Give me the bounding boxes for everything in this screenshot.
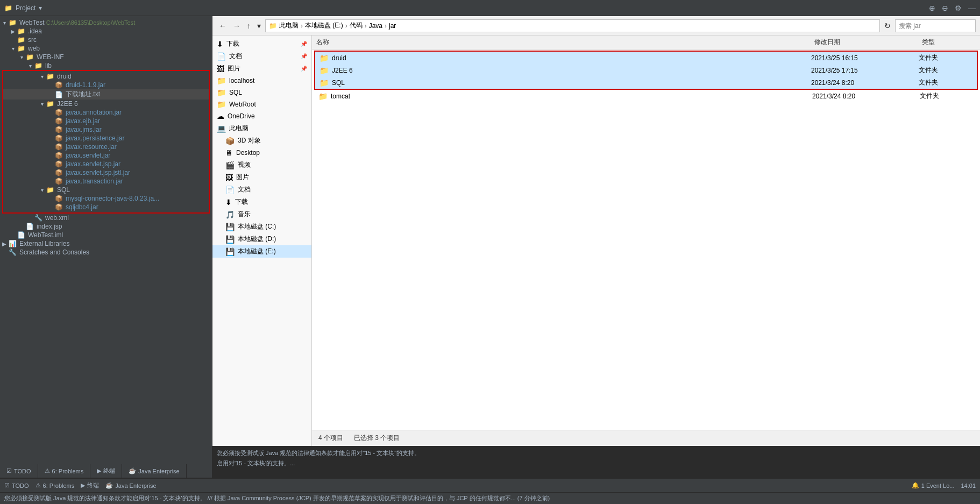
tree-item-sqljdbc[interactable]: ▶ 📦 sqljdbc4.jar [3,203,209,211]
address-bar[interactable]: 📁 此电脑 › 本地磁盘 (E:) › 代码 › Java › jar [265,19,880,32]
tree-item-mysql[interactable]: ▶ 📦 mysql-connector-java-8.0.23.ja... [3,194,209,203]
diske-label: 本地磁盘 (E:) [238,247,276,256]
sidebar-item-video[interactable]: 🎬 视频 [212,159,311,171]
file-row-druid[interactable]: 📁 druid 2021/3/25 16:15 文件夹 [315,52,977,64]
druid-date: 2021/3/25 16:15 [811,54,919,62]
sidebar-item-pictures[interactable]: 🖼 图片 📌 [212,62,311,75]
sidebar-item-thispc[interactable]: 💻 此电脑 [212,122,311,134]
sidebar-item-images[interactable]: 🖼 图片 [212,171,311,183]
tree-item-transaction[interactable]: ▶ 📦 javax.transaction.jar [3,177,209,186]
tree-item-ejb[interactable]: ▶ 📦 javax.ejb.jar [3,117,209,125]
tree-item-web[interactable]: ▾ 📁 web [0,44,212,53]
status-todo[interactable]: ☑ TODO [4,482,29,489]
col-name[interactable]: 名称 [316,38,814,47]
tree-item-idea[interactable]: ▶ 📁 .idea [0,27,212,36]
j2ee-folder-icon: 📁 [319,66,329,75]
col-date[interactable]: 修改日期 [814,38,922,47]
sidebar-item-onedrive[interactable]: ☁ OneDrive [212,110,311,122]
back-button[interactable]: ← [217,20,229,31]
col-type[interactable]: 类型 [922,38,976,47]
tree-item-persistence[interactable]: ▶ 📦 javax.persistence.jar [3,134,209,143]
title-project-label: Project [16,4,35,12]
selected-count: 已选择 3 个项目 [354,434,400,443]
tab-todo[interactable]: ☑ TODO [0,464,38,478]
tomcat-file-label: tomcat [331,93,350,100]
tree-item-j2ee[interactable]: ▾ 📁 J2EE 6 [3,100,209,108]
tree-item-webinf[interactable]: ▾ 📁 WEB-INF [0,53,212,61]
sidebar-item-3d[interactable]: 📦 3D 对象 [212,134,311,147]
sidebar-item-dl[interactable]: ⬇ 下载 [212,196,311,208]
thispc-label: 此电脑 [229,124,248,133]
sep4: › [385,22,387,30]
sidebar-item-music[interactable]: 🎵 音乐 [212,208,311,221]
sql-folder-label: SQL [57,186,70,194]
scratches-icon: 🔧 [9,249,17,256]
status-event-log[interactable]: 🔔 1 Event Lo... [912,482,955,489]
tree-item-scratches[interactable]: ▶ 🔧 Scratches and Consoles [0,248,212,257]
selection-box: ▾ 📁 druid ▶ 📦 druid-1.1.9.jar [2,70,210,214]
up-button[interactable]: ↑ [245,20,253,31]
file-row-j2ee[interactable]: 📁 J2EE 6 2021/3/25 17:15 文件夹 [315,64,977,76]
sidebar-item-diske[interactable]: 💾 本地磁盘 (E:) [212,245,311,258]
tree-item-resource[interactable]: ▶ 📦 javax.resource.jar [3,143,209,151]
tree-root[interactable]: ▾ 📁 WebTest C:\Users\86135\Desktop\WebTe… [0,18,212,27]
bottom-message-text: 您必须接受测试版 Java 规范的法律通知条款才能启用对'15 - 文本块'的支… [4,495,550,501]
problems-icon: ⚠ [45,467,50,474]
sidebar-item-diskc[interactable]: 💾 本地磁盘 (C:) [212,221,311,233]
sidebar-item-docs[interactable]: 📄 文档 [212,183,311,196]
minimize-icon[interactable]: — [968,4,976,12]
tab-java-enterprise[interactable]: ☕ Java Enterprise [122,464,186,478]
terminal-icon: ▶ [97,467,101,474]
video-icon: 🎬 [225,161,235,169]
tree-item-druid[interactable]: ▾ 📁 druid [3,72,209,81]
tab-problems[interactable]: ⚠ 6: Problems [38,464,91,478]
refresh-button[interactable]: ↻ [882,20,893,31]
tree-item-servlet-jsp[interactable]: ▶ 📦 javax.servlet.jsp.jar [3,160,209,168]
root-icon: 📁 [9,19,17,26]
status-time: 14:01 [961,482,976,489]
j2ee-label: J2EE 6 [57,100,78,108]
tree-item-servlet-jstl[interactable]: ▶ 📦 javax.servlet.jsp.jstl.jar [3,168,209,177]
info-line1: 您必须接受测试版 Java 规范的法律通知条款才能启用对"15 - 文本块"的支… [217,449,976,457]
tree-item-indexjsp[interactable]: ▶ 📄 index.jsp [0,222,212,231]
ext-libs-label: External Libraries [19,240,69,247]
add-icon[interactable]: ⊕ [929,4,935,12]
sep1: › [301,22,303,30]
tree-item-src[interactable]: ▶ 📁 src [0,36,212,44]
file-row-sql[interactable]: 📁 SQL 2021/3/24 8:20 文件夹 [315,76,977,89]
sidebar-item-sql[interactable]: 📁 SQL [212,87,311,98]
sql-folder-icon: 📁 [46,186,55,194]
sidebar-item-download[interactable]: ⬇ 下载 📌 [212,38,311,50]
forward-button[interactable]: → [231,20,243,31]
root-arrow: ▾ [0,20,9,26]
sidebar-item-documents[interactable]: 📄 文档 📌 [212,50,311,62]
tree-item-ext-libs[interactable]: ▶ 📊 External Libraries [0,239,212,248]
servlet-icon: 📦 [55,152,63,159]
tree-item-iml[interactable]: ▶ 📄 WebTest.iml [0,231,212,239]
status-problems[interactable]: ⚠ 6: Problems [35,482,75,489]
dl-icon: ⬇ [225,198,232,207]
docs-label: 文档 [238,185,251,194]
file-row-tomcat[interactable]: 📁 tomcat 2021/3/24 8:20 文件夹 [314,90,978,102]
tree-item-annotation[interactable]: ▶ 📦 javax.annotation.jar [3,108,209,117]
tree-item-jms[interactable]: ▶ 📦 javax.jms.jar [3,125,209,134]
sidebar-item-localhost[interactable]: 📁 localhost [212,75,311,87]
sidebar-item-diskd[interactable]: 💾 本地磁盘 (D:) [212,233,311,245]
recent-button[interactable]: ▾ [255,20,263,31]
remove-icon[interactable]: ⊖ [942,4,948,12]
tree-item-druid-jar[interactable]: ▶ 📦 druid-1.1.9.jar [3,81,209,89]
status-java-enterprise[interactable]: ☕ Java Enterprise [105,482,156,489]
tree-item-lib[interactable]: ▾ 📁 lib [0,61,212,70]
tree-item-sql-folder[interactable]: ▾ 📁 SQL [3,186,209,194]
ejb-label: javax.ejb.jar [66,117,100,125]
sidebar-item-webroot[interactable]: 📁 WebRoot [212,98,311,110]
tree-item-druid-txt[interactable]: ▶ 📄 下载地址.txt [3,89,209,100]
title-dropdown-icon[interactable]: ▾ [39,4,42,12]
search-input[interactable] [895,19,976,32]
tree-item-webxml[interactable]: ▶ 🔧 web.xml [0,214,212,222]
tab-terminal[interactable]: ▶ 终端 [90,464,122,478]
sidebar-item-desktop[interactable]: 🖥 Desktop [212,147,311,159]
settings-icon[interactable]: ⚙ [955,4,962,12]
tree-item-servlet[interactable]: ▶ 📦 javax.servlet.jar [3,151,209,160]
status-terminal[interactable]: ▶ 终端 [81,481,99,489]
